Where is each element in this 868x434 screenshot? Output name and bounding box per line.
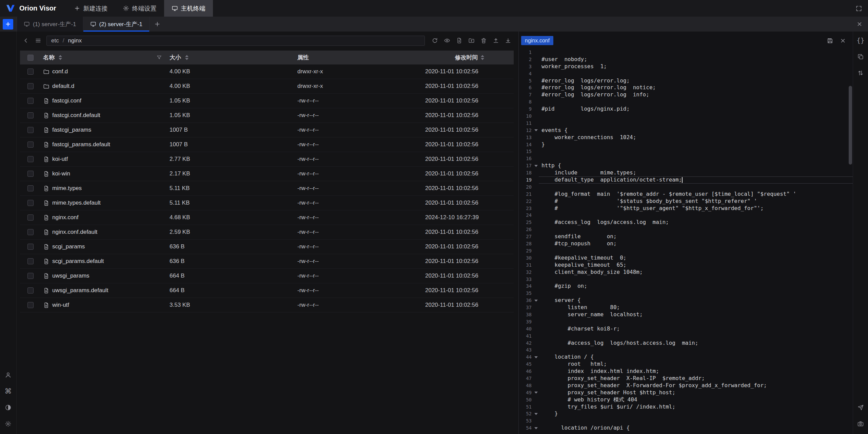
row-checkbox[interactable] xyxy=(27,127,34,133)
refresh-button[interactable] xyxy=(429,36,440,46)
row-checkbox[interactable] xyxy=(27,200,34,206)
header-mtime[interactable]: 修改时间 xyxy=(425,54,514,61)
file-row[interactable]: koi-utf 2.77 KB -rw-r--r-- 2020-11-01 10… xyxy=(20,152,514,167)
row-checkbox[interactable] xyxy=(27,98,34,104)
code-line[interactable]: 18 include mime.types; xyxy=(519,169,853,176)
save-button[interactable] xyxy=(824,35,836,46)
code-line[interactable]: 43 xyxy=(519,346,853,354)
code-line[interactable]: 42 #access_log logs/host.access.log main… xyxy=(519,340,853,347)
code-line[interactable]: 46 index index.html index.htm; xyxy=(519,368,853,375)
code-line[interactable]: 44 location / { xyxy=(519,354,853,361)
code-line[interactable]: 4 xyxy=(519,70,853,77)
fullscreen-button[interactable] xyxy=(853,3,865,14)
file-row[interactable]: conf.d 4.00 KB drwxr-xr-x 2020-11-01 10:… xyxy=(20,64,514,79)
terminal-config-button[interactable]: {} xyxy=(855,35,866,46)
file-row[interactable]: fastcgi_params 1007 B -rw-r--r-- 2020-11… xyxy=(20,123,514,137)
file-row[interactable]: mime.types 5.11 KB -rw-r--r-- 2020-11-01… xyxy=(20,181,514,196)
fold-toggle-icon[interactable] xyxy=(533,297,539,304)
code-line[interactable]: 53 xyxy=(519,417,853,424)
code-line[interactable]: 6#error_log logs/error.log notice; xyxy=(519,84,853,91)
code-line[interactable]: 2#user nobody; xyxy=(519,56,853,63)
code-line[interactable]: 45 root html; xyxy=(519,361,853,368)
row-checkbox[interactable] xyxy=(27,273,34,279)
file-row[interactable]: fastcgi.conf.default 1.05 KB -rw-r--r-- … xyxy=(20,108,514,123)
file-row[interactable]: scgi_params 636 B -rw-r--r-- 2020-11-01 … xyxy=(20,240,514,254)
row-checkbox[interactable] xyxy=(27,171,34,177)
file-row[interactable]: uwsgi_params 664 B -rw-r--r-- 2020-11-01… xyxy=(20,269,514,283)
header-name[interactable]: 名称 xyxy=(41,54,170,61)
fold-toggle-icon[interactable] xyxy=(533,162,539,169)
code-line[interactable]: 8 xyxy=(519,98,853,106)
code-line[interactable]: 50 # web history 模式 404 xyxy=(519,396,853,403)
show-hidden-button[interactable] xyxy=(441,36,453,46)
delete-button[interactable] xyxy=(478,36,489,46)
code-line[interactable]: 31 keepalive_timeout 65; xyxy=(519,262,853,269)
code-line[interactable]: 20 xyxy=(519,184,853,191)
nav-item-new-connection[interactable]: 新建连接 xyxy=(66,0,115,17)
code-line[interactable]: 48 proxy_set_header X-Forwarded-For $pro… xyxy=(519,382,853,389)
row-checkbox[interactable] xyxy=(27,185,34,191)
code-line[interactable]: 32 client_max_body_size 1048m; xyxy=(519,269,853,276)
file-row[interactable]: fastcgi_params.default 1007 B -rw-r--r--… xyxy=(20,137,514,152)
nav-item-terminal-settings[interactable]: 终端设置 xyxy=(115,0,164,17)
row-checkbox[interactable] xyxy=(27,112,34,118)
breadcrumb-segment[interactable]: nginx xyxy=(68,37,82,44)
code-line[interactable]: 15 xyxy=(519,148,853,155)
file-row[interactable]: mime.types.default 5.11 KB -rw-r--r-- 20… xyxy=(20,196,514,210)
code-line[interactable]: 19 default_type application/octet-stream… xyxy=(519,176,853,184)
list-view-button[interactable] xyxy=(32,36,44,46)
filter-button[interactable] xyxy=(156,55,162,60)
code-line[interactable]: 5#error_log logs/error.log; xyxy=(519,77,853,84)
code-line[interactable]: 10 xyxy=(519,113,853,120)
code-line[interactable]: 16 xyxy=(519,155,853,162)
code-line[interactable]: 54 location /orion/api { xyxy=(519,424,853,432)
code-line[interactable]: 24 xyxy=(519,212,853,219)
file-row[interactable]: nginx.conf.default 2.59 KB -rw-r--r-- 20… xyxy=(20,225,514,240)
code-line[interactable]: 22 # '$status $body_bytes_sent "$http_re… xyxy=(519,198,853,205)
code-line[interactable]: 21 #log_format main '$remote_addr - $rem… xyxy=(519,191,853,198)
code-line[interactable]: 26 xyxy=(519,226,853,233)
code-line[interactable]: 27 sendfile on; xyxy=(519,233,853,240)
nav-item-host-terminal[interactable]: 主机终端 xyxy=(164,0,213,17)
file-row[interactable]: default.d 4.00 KB drwxr-xr-x 2020-11-01 … xyxy=(20,79,514,94)
code-line[interactable]: 11 xyxy=(519,120,853,127)
file-row[interactable]: win-utf 3.53 KB -rw-r--r-- 2020-11-01 10… xyxy=(20,298,514,313)
shortcut-keys-button[interactable]: ⌘ xyxy=(2,385,14,397)
back-button[interactable] xyxy=(20,36,32,46)
code-line[interactable]: 7#error_log logs/error.log info; xyxy=(519,91,853,98)
fold-toggle-icon[interactable] xyxy=(533,424,539,432)
code-line[interactable]: 17http { xyxy=(519,162,853,169)
user-button[interactable] xyxy=(2,369,14,381)
code-line[interactable]: 33 xyxy=(519,276,853,283)
theme-button[interactable] xyxy=(2,402,14,413)
add-tab-button[interactable] xyxy=(152,18,163,30)
header-size[interactable]: 大小 xyxy=(170,54,297,61)
code-line[interactable]: 25 #access_log logs/access.log main; xyxy=(519,219,853,226)
editor-scrollbar[interactable] xyxy=(849,86,852,165)
code-line[interactable]: 37 listen 80; xyxy=(519,304,853,311)
download-button[interactable] xyxy=(502,36,514,46)
new-folder-button[interactable] xyxy=(466,36,477,46)
code-line[interactable]: 36 server { xyxy=(519,297,853,304)
row-checkbox[interactable] xyxy=(27,302,34,308)
code-line[interactable]: 47 proxy_set_header X-Real-IP $remote_ad… xyxy=(519,375,853,382)
screenshot-button[interactable] xyxy=(855,418,866,430)
close-panel-button[interactable] xyxy=(854,18,865,30)
code-line[interactable]: 13 worker_connections 1024; xyxy=(519,134,853,141)
row-checkbox[interactable] xyxy=(27,156,34,162)
breadcrumb-segment[interactable]: etc xyxy=(51,37,59,44)
code-line[interactable]: 29 xyxy=(519,247,853,254)
new-file-button[interactable] xyxy=(453,36,465,46)
new-terminal-button[interactable]: + xyxy=(3,19,13,30)
code-line[interactable]: 30 #keepalive_timeout 0; xyxy=(519,254,853,262)
fold-toggle-icon[interactable] xyxy=(533,389,539,396)
code-line[interactable]: 23 # '"$http_user_agent" "$http_x_forwar… xyxy=(519,205,853,212)
transfer-button[interactable] xyxy=(855,67,866,79)
code-line[interactable]: 38 server_name localhost; xyxy=(519,311,853,318)
file-row[interactable]: scgi_params.default 636 B -rw-r--r-- 202… xyxy=(20,254,514,269)
close-editor-button[interactable] xyxy=(837,35,849,46)
row-checkbox[interactable] xyxy=(27,83,34,89)
code-line[interactable]: 34 #gzip on; xyxy=(519,283,853,290)
fold-toggle-icon[interactable] xyxy=(533,410,539,417)
code-line[interactable]: 1 xyxy=(519,49,853,56)
